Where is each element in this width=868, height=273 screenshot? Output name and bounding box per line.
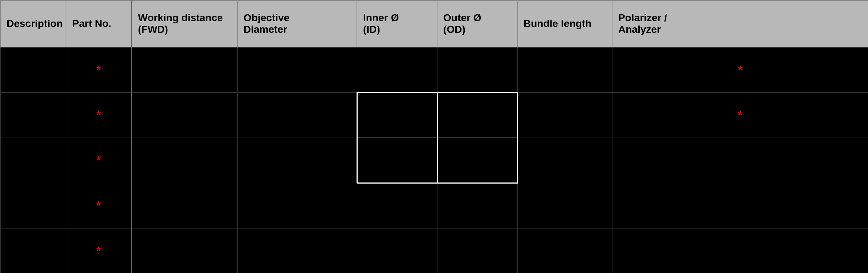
cell-polarizer: [612, 138, 868, 183]
cell-fwd: [132, 92, 237, 138]
cell-outerod highlight-box: [437, 92, 517, 138]
cell-outerod: [437, 47, 517, 92]
cell-objdiam: [237, 183, 357, 228]
cell-objdiam: [237, 138, 357, 183]
asterisk-icon: *: [617, 96, 864, 135]
cell-bundlelen: [517, 183, 612, 228]
cell-bundlelen: [517, 47, 612, 92]
cell-innerid: [357, 228, 437, 273]
cell-polarizer: [612, 228, 868, 273]
col-header-partno: Part No.: [66, 0, 132, 47]
cell-description: [0, 92, 66, 138]
data-table: Description Part No. Working distance (F…: [0, 0, 868, 273]
cell-outerod highlight-box: [437, 138, 517, 183]
header-row: Description Part No. Working distance (F…: [0, 0, 868, 47]
col-header-fwd: Working distance (FWD): [132, 0, 237, 47]
col-header-bundlelen: Bundle length: [517, 0, 612, 47]
cell-description: [0, 183, 66, 228]
cell-partno: *: [66, 47, 132, 92]
asterisk-icon: *: [71, 50, 127, 89]
cell-objdiam: [237, 228, 357, 273]
cell-bundlelen: [517, 92, 612, 138]
cell-polarizer: *: [612, 47, 868, 92]
col-header-description: Description: [0, 0, 66, 47]
cell-fwd: [132, 183, 237, 228]
asterisk-icon: *: [71, 231, 127, 270]
cell-partno: *: [66, 228, 132, 273]
col-header-innerid: Inner Ø (ID): [357, 0, 437, 47]
cell-partno: *: [66, 92, 132, 138]
cell-fwd: [132, 228, 237, 273]
table-row: *: [0, 228, 868, 273]
cell-innerid: [357, 47, 437, 92]
cell-objdiam: [237, 47, 357, 92]
cell-polarizer: *: [612, 92, 868, 138]
asterisk-icon: *: [617, 50, 864, 89]
col-header-objdiam: Objective Diameter: [237, 0, 357, 47]
cell-innerid: [357, 183, 437, 228]
col-header-polarizer: Polarizer / Analyzer: [612, 0, 868, 47]
cell-innerid highlight-box: [357, 138, 437, 183]
table-row: * *: [0, 92, 868, 138]
col-header-outerod: Outer Ø (OD): [437, 0, 517, 47]
asterisk-icon: *: [71, 186, 127, 225]
cell-partno: *: [66, 138, 132, 183]
asterisk-icon: *: [71, 96, 127, 135]
cell-fwd: [132, 138, 237, 183]
cell-objdiam: [237, 92, 357, 138]
cell-outerod: [437, 228, 517, 273]
cell-bundlelen: [517, 138, 612, 183]
table-row: *: [0, 183, 868, 228]
cell-description: [0, 47, 66, 92]
cell-fwd: [132, 47, 237, 92]
asterisk-icon: *: [71, 141, 127, 180]
cell-polarizer: [612, 183, 868, 228]
cell-outerod: [437, 183, 517, 228]
cell-innerid highlight-box: [357, 92, 437, 138]
cell-bundlelen: [517, 228, 612, 273]
cell-partno: *: [66, 183, 132, 228]
main-table-container: Description Part No. Working distance (F…: [0, 0, 868, 273]
cell-description: [0, 138, 66, 183]
cell-description: [0, 228, 66, 273]
table-row: *: [0, 138, 868, 183]
table-row: * *: [0, 47, 868, 92]
